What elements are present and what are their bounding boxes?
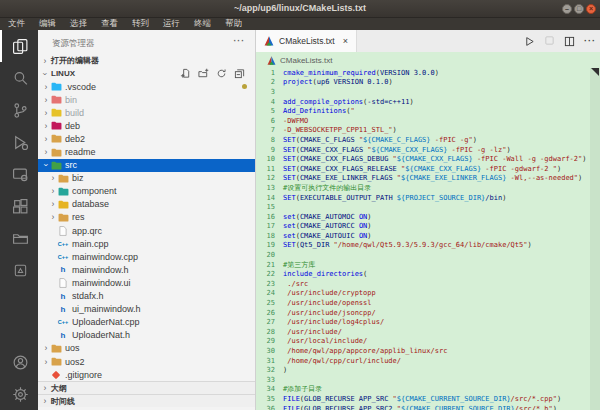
tree-item-label: uos	[65, 343, 80, 353]
tree-item-biz[interactable]: ›biz	[38, 172, 255, 185]
run-debug-icon[interactable]	[0, 126, 38, 158]
line-number: 3	[256, 88, 283, 96]
menu-item[interactable]: 转到	[132, 18, 149, 30]
tree-item-build[interactable]: ›build	[38, 106, 255, 119]
tree-item-main.cpp[interactable]: C++main.cpp	[38, 237, 255, 250]
collapse-all-icon[interactable]	[234, 68, 245, 79]
tree-item-uos[interactable]: ›uos	[38, 342, 255, 355]
settings-gear-icon[interactable]	[0, 378, 38, 410]
tree-item-readme[interactable]: ›readme	[38, 145, 255, 158]
minimize-button[interactable]: –	[562, 4, 572, 14]
tree-item-label: uos2	[65, 357, 85, 367]
outline-section[interactable]: › 大纲	[38, 381, 255, 394]
workspace-label: LINUX	[51, 69, 75, 78]
run-file-icon[interactable]	[524, 36, 535, 47]
line-number: 30	[256, 347, 283, 355]
code-line: 18set(CMAKE_AUTOUIC ON)	[256, 231, 600, 241]
sidebar-more-icon[interactable]: ···	[234, 38, 246, 54]
menu-item[interactable]: 编辑	[39, 18, 56, 30]
tree-item-ui_mainwindow.h[interactable]: hui_mainwindow.h	[38, 303, 255, 316]
breadcrumb[interactable]: CMakeLists.txt	[256, 52, 600, 68]
tree-item-res[interactable]: ›res	[38, 211, 255, 224]
sidebar-title: 资源管理器	[52, 38, 95, 54]
open-editors-label: 打开的编辑器	[51, 55, 99, 66]
code-line: 9SET(CMAKE_CXX_FLAGS "${CMAKE_CXX_FLAGS}…	[256, 145, 600, 155]
menu-item[interactable]: 终端	[194, 18, 211, 30]
line-number: 22	[256, 270, 283, 278]
tree-item-UploaderNat.h[interactable]: hUploaderNat.h	[38, 329, 255, 342]
chevron-right-icon: ›	[49, 212, 57, 222]
folder-icon	[50, 95, 62, 104]
explorer-icon[interactable]	[0, 30, 38, 62]
tree-item-mainwindow.h[interactable]: hmainwindow.h	[38, 263, 255, 276]
title-bar: ~/app/up6/linux/CMakeLists.txt – □ ×	[0, 0, 600, 18]
tree-item-component[interactable]: ›component	[38, 185, 255, 198]
line-number: 25	[256, 299, 283, 307]
file-file-icon	[57, 278, 69, 288]
tree-item-mainwindow.ui[interactable]: mainwindow.ui	[38, 276, 255, 289]
tree-item-app.qrc[interactable]: app.qrc	[38, 224, 255, 237]
code-area[interactable]: 1cmake_minimum_required(VERSION 3.0.0)2p…	[256, 68, 600, 410]
tree-item-label: src	[65, 160, 77, 170]
menu-item[interactable]: 文件	[8, 18, 25, 30]
line-number: 9	[256, 146, 283, 154]
menu-item[interactable]: 帮助	[225, 18, 242, 30]
test-box-icon[interactable]	[0, 254, 38, 286]
line-number: 10	[256, 155, 283, 163]
chevron-right-icon: ›	[42, 108, 50, 118]
breadcrumb-item[interactable]: CMakeLists.txt	[280, 56, 332, 65]
workspace-section[interactable]: › LINUX	[38, 67, 255, 80]
line-number: 32	[256, 366, 283, 374]
tree-item-label: UploaderNat.cpp	[72, 317, 140, 327]
line-number: 17	[256, 222, 283, 230]
menu-item[interactable]: 运行	[163, 18, 180, 30]
line-number: 35	[256, 395, 283, 403]
editor-scrollbar[interactable]	[590, 68, 600, 410]
project-folder-icon[interactable]	[0, 222, 38, 254]
close-button[interactable]: ×	[586, 4, 596, 14]
search-icon[interactable]	[0, 62, 38, 94]
menu-item[interactable]: 选择	[70, 18, 87, 30]
menu-item[interactable]: 查看	[101, 18, 118, 30]
new-folder-icon[interactable]	[198, 68, 209, 79]
code-line: 32)	[256, 365, 600, 375]
h-file-icon: h	[57, 305, 69, 314]
tab-close-icon[interactable]: ×	[343, 36, 348, 46]
open-editors-section[interactable]: › 打开的编辑器	[38, 54, 255, 67]
editor-more-actions-icon[interactable]: ···	[584, 38, 596, 44]
tree-item-UploaderNat.cpp[interactable]: C++UploaderNat.cpp	[38, 316, 255, 329]
tree-item-mainwindow.cpp[interactable]: C++mainwindow.cpp	[38, 250, 255, 263]
new-file-icon[interactable]	[180, 68, 191, 79]
refresh-icon[interactable]	[216, 68, 227, 79]
remote-explorer-icon[interactable]	[0, 158, 38, 190]
file-file-icon	[57, 226, 69, 236]
tree-item-deb[interactable]: ›deb	[38, 119, 255, 132]
folder-icon	[50, 148, 62, 157]
tree-item-src[interactable]: ›src	[38, 159, 255, 172]
tree-item-.gitignore[interactable]: .gitignore	[38, 368, 255, 381]
split-editor-icon[interactable]	[564, 36, 575, 47]
extensions-icon[interactable]	[0, 190, 38, 222]
chevron-right-icon: ›	[49, 186, 57, 196]
code-line: 26 /usr/include/jsoncpp/	[256, 308, 600, 318]
code-line: 27 /usr/include/log4cplus/	[256, 317, 600, 327]
chevron-right-icon: ›	[42, 343, 50, 353]
folder-icon	[50, 344, 62, 353]
timeline-section[interactable]: › 时间线	[38, 394, 255, 407]
cpp-file-icon: C++	[57, 241, 69, 247]
code-line: 3	[256, 87, 600, 97]
tree-item-database[interactable]: ›database	[38, 198, 255, 211]
code-line: 21#第三方库	[256, 260, 600, 270]
tab-cmakelists[interactable]: CMakeLists.txt ×	[256, 30, 357, 52]
code-line: 30 /home/qwl/app/appcore/applib_linux/sr…	[256, 346, 600, 356]
tree-item-uos2[interactable]: ›uos2	[38, 355, 255, 368]
maximize-button[interactable]: □	[574, 4, 584, 14]
account-icon[interactable]	[0, 346, 38, 378]
tree-item-.vscode[interactable]: ›.vscode	[38, 80, 255, 93]
code-line: 5Add_Definitions("	[256, 106, 600, 116]
tree-item-stdafx.h[interactable]: hstdafx.h	[38, 290, 255, 303]
folder-icon	[50, 161, 62, 170]
tree-item-deb2[interactable]: ›deb2	[38, 132, 255, 145]
source-control-icon[interactable]	[0, 94, 38, 126]
tree-item-bin[interactable]: ›bin	[38, 93, 255, 106]
